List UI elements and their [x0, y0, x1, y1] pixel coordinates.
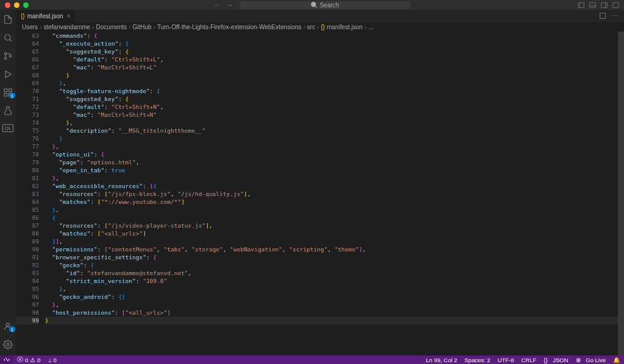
svg-point-11 [9, 55, 11, 57]
nav-forward-icon[interactable]: → [227, 1, 233, 9]
more-actions-icon[interactable]: ⋯ [611, 12, 618, 20]
json-file-icon: {} [21, 13, 25, 19]
explorer-icon[interactable] [3, 15, 13, 24]
svg-point-10 [4, 57, 6, 59]
svg-marker-12 [5, 71, 11, 78]
search-activity-icon[interactable] [3, 33, 13, 43]
json-file-icon: {} [321, 24, 325, 30]
tab-manifest[interactable]: {} manifest.json × [16, 10, 76, 22]
extensions-badge: 1 [9, 93, 15, 99]
svg-point-18 [6, 323, 9, 326]
code-content[interactable]: "commands": { "_execute_action": { "sugg… [45, 32, 618, 355]
titlebar: ← → Search [0, 0, 624, 10]
maximize-window-button[interactable] [23, 2, 29, 8]
accounts-icon[interactable]: 1 [3, 321, 13, 331]
layout-icon[interactable] [612, 2, 619, 9]
extensions-icon[interactable]: 1 [3, 88, 13, 97]
close-window-button[interactable] [5, 2, 10, 8]
breadcrumb-segment[interactable]: Users [22, 24, 38, 30]
svg-rect-4 [601, 2, 608, 7]
eol-status[interactable]: CRLF [517, 357, 540, 363]
panel-bottom-icon[interactable] [589, 2, 596, 9]
svg-point-19 [7, 343, 9, 346]
activity-bar: 1 QL 1 [0, 10, 16, 355]
indentation-status[interactable]: Spaces: 2 [461, 357, 494, 363]
settings-gear-icon[interactable] [3, 340, 13, 349]
status-bar: ⓧ0 ⚠0 ⟂0 Ln 99, Col 2 Spaces: 2 UTF-8 CR… [0, 355, 624, 364]
tab-close-icon[interactable]: × [67, 13, 71, 19]
run-debug-icon[interactable] [3, 69, 13, 79]
tab-filename: manifest.json [27, 13, 63, 19]
minimize-window-button[interactable] [14, 2, 20, 8]
cursor-position[interactable]: Ln 99, Col 2 [422, 357, 461, 363]
run-file-icon[interactable] [599, 12, 606, 19]
svg-rect-2 [590, 2, 596, 7]
encoding-status[interactable]: UTF-8 [494, 357, 518, 363]
window-controls [5, 2, 29, 8]
breadcrumb-file[interactable]: manifest.json [327, 24, 363, 30]
code-editor[interactable]: 6364656667686970717273747576777879808182… [16, 32, 624, 355]
ports-status[interactable]: ⟂0 [44, 357, 60, 363]
svg-rect-13 [4, 89, 7, 92]
breadcrumb-segment[interactable]: Turn-Off-the-Lights-Firefox-extension-We… [157, 24, 302, 30]
testing-icon[interactable] [3, 106, 13, 116]
scrollbar-thumb[interactable] [618, 32, 624, 355]
editor-tabs: {} manifest.json × ⋯ [16, 10, 624, 22]
breadcrumbs[interactable]: Users›stefanvandamme›Documents›GitHub›Tu… [16, 22, 624, 32]
svg-rect-0 [578, 2, 584, 7]
panel-left-icon[interactable] [578, 2, 584, 9]
search-icon [311, 2, 317, 9]
svg-point-9 [4, 52, 6, 54]
panel-right-icon[interactable] [601, 2, 608, 9]
svg-rect-14 [9, 89, 12, 92]
breadcrumb-segment[interactable]: GitHub [132, 24, 151, 30]
vertical-scrollbar[interactable] [618, 32, 624, 355]
line-gutter: 6364656667686970717273747576777879808182… [16, 32, 45, 355]
svg-rect-6 [613, 2, 619, 7]
go-live-button[interactable]: ⊕ Go Live [572, 357, 609, 363]
problems-status[interactable]: ⓧ0 ⚠0 [13, 356, 44, 364]
svg-point-7 [5, 35, 10, 40]
command-center-search[interactable]: Search [239, 1, 410, 9]
notifications-icon[interactable]: 🔔 [609, 357, 624, 363]
search-placeholder: Search [320, 2, 339, 9]
breadcrumb-segment[interactable]: src [307, 24, 315, 30]
breadcrumb-segment[interactable]: Documents [96, 24, 127, 30]
breadcrumb-trailing[interactable]: ... [368, 24, 373, 30]
svg-line-8 [10, 40, 12, 41]
sql-icon[interactable]: QL [2, 124, 13, 132]
nav-back-icon[interactable]: ← [214, 1, 221, 9]
language-mode[interactable]: {} JSON [540, 357, 572, 363]
svg-rect-15 [4, 93, 7, 96]
breadcrumb-segment[interactable]: stefanvandamme [43, 24, 90, 30]
svg-rect-20 [600, 13, 606, 19]
accounts-badge: 1 [9, 326, 15, 332]
remote-indicator[interactable] [0, 355, 13, 364]
source-control-icon[interactable] [3, 51, 13, 61]
